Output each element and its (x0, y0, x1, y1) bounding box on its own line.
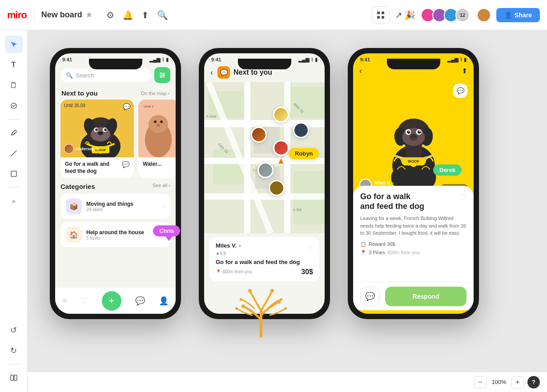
svg-text:n Rd: n Rd (293, 208, 302, 212)
search-input[interactable]: 🔍 Search (60, 68, 151, 82)
map-avatar-pin-2 (251, 127, 267, 143)
wifi-icon-3: ⌇ (460, 57, 462, 63)
svg-point-13 (163, 74, 165, 76)
cat-info-1: Moving and things 24 tasks (86, 201, 163, 212)
p2-title: Next to you (233, 68, 272, 76)
location-text-3: 3 Pines (369, 250, 385, 255)
filter-button[interactable] (154, 67, 170, 83)
star-icon[interactable]: ★ (86, 11, 92, 19)
p2-user-name: Miles V. (216, 242, 237, 249)
toolbar-pen[interactable] (5, 124, 23, 142)
notifications-icon[interactable]: 🔔 (122, 10, 133, 20)
p2-location: 📍 400m from you (216, 269, 252, 274)
status-icons-3: ▂▄▆ ⌇ ▮ (447, 57, 467, 63)
p3-title-line1: Go for a walk (360, 192, 424, 202)
next-to-you-header: Next to you On the map › (55, 86, 176, 100)
p3-chat-overlay[interactable]: 💬 (453, 84, 467, 98)
p3-title-row: Go for a walk and feed the dog ♡ (360, 192, 467, 211)
toolbar-divider-1 (7, 119, 20, 120)
location-distance-3: 400m from you (387, 250, 420, 255)
toolbar-frame[interactable] (5, 165, 23, 183)
phone-1-frame: 9:41 ▂▄▆ ⌇ ▮ 🔍 Search (50, 48, 181, 319)
category-item-1[interactable]: 📦 Moving and things 24 tasks › (60, 194, 170, 219)
wifi-icon-1: ⌇ (162, 57, 164, 63)
p3-heart-icon[interactable]: ♡ (459, 192, 467, 202)
nav-favorites[interactable]: ♡ (80, 296, 88, 306)
svg-point-61 (284, 307, 287, 310)
help-button[interactable]: ? (527, 376, 540, 388)
toolbar-clip[interactable] (5, 97, 23, 115)
toolbar-line[interactable] (5, 144, 23, 162)
svg-point-25 (98, 132, 103, 135)
cards-row: WOOF Until 26.09 💬 Anderson G. ● (55, 100, 176, 178)
grid-icon-button[interactable] (372, 6, 390, 24)
nav-messages[interactable]: 💬 (135, 296, 145, 306)
search-placeholder: Search (76, 72, 94, 79)
toolbar-panel[interactable] (5, 369, 23, 387)
p3-content: Go for a walk and feed the dog ♡ Leaving… (353, 186, 474, 310)
back-icon-2[interactable]: ‹ (210, 68, 213, 77)
svg-rect-1 (382, 12, 384, 14)
toolbar-cursor[interactable] (5, 36, 23, 53)
back-icon-3[interactable]: ‹ (359, 66, 362, 76)
on-map-link[interactable]: On the map › (141, 91, 169, 96)
canvas-area[interactable]: 9:41 ▂▄▆ ⌇ ▮ 🔍 Search (28, 30, 547, 392)
toolbar-text[interactable]: T (5, 56, 23, 74)
toolbar-redo[interactable]: ↻ (5, 342, 23, 360)
card-heart-1[interactable]: 💬 (123, 103, 130, 110)
see-all-link[interactable]: See all › (153, 183, 170, 190)
toolbar-more[interactable]: » (5, 192, 23, 210)
p2-heart-icon[interactable]: ♡ (307, 245, 313, 254)
location-icon-3: 📍 (360, 250, 366, 256)
board-title: New board ★ (41, 10, 92, 20)
celebration-icon[interactable]: 🎉 (404, 10, 415, 20)
nav-add[interactable]: + (102, 291, 121, 311)
share-label: Share (515, 12, 532, 19)
share-button[interactable]: 👤 Share (496, 8, 540, 22)
svg-point-80 (410, 134, 417, 138)
categories-title: Categories (60, 183, 95, 190)
svg-rect-0 (377, 12, 380, 14)
toolbar-undo[interactable]: ↺ (5, 321, 23, 339)
reward-text: Reward 30$ (369, 241, 395, 247)
more-icon: » (12, 198, 15, 204)
p2-price: 30$ (301, 268, 313, 276)
svg-point-34 (157, 124, 160, 127)
share-icon-3[interactable]: ⬆ (462, 67, 467, 75)
category-item-2[interactable]: 🏠 Help around the house 5 tasks › (60, 222, 170, 247)
nav-list[interactable]: ≡ (62, 296, 67, 305)
battery-icon-3: ▮ (464, 57, 467, 63)
derek-label: Derek (433, 164, 462, 176)
p3-respond-button[interactable]: Respond (385, 287, 467, 306)
toolbar-sticky[interactable]: 🗒 (5, 76, 23, 94)
svg-point-32 (154, 120, 157, 123)
verified-icon-1: ● (101, 147, 104, 151)
wifi-icon-2: ⌇ (311, 57, 313, 63)
chat-bubble-icon: 💬 (217, 66, 230, 79)
upload-icon[interactable]: ⬆ (141, 10, 149, 20)
search-bar: 🔍 Search (60, 67, 170, 83)
arrow-icon[interactable]: ↗ (395, 10, 402, 20)
search-icon[interactable]: 🔍 (157, 10, 168, 20)
svg-rect-8 (14, 375, 17, 380)
phone-3-notch (387, 59, 440, 69)
status-icons-2: ▂▄▆ ⌇ ▮ (298, 57, 318, 63)
svg-point-55 (277, 300, 281, 304)
svg-point-78 (419, 131, 420, 132)
settings-icon[interactable]: ⚙ (106, 10, 114, 20)
p2-location-text: 400m from you (222, 269, 252, 274)
cat-icon-2: 🏠 (66, 227, 82, 243)
nav-profile[interactable]: 👤 (159, 296, 169, 306)
p3-chat-button[interactable]: 💬 (360, 287, 380, 306)
map-area[interactable]: 46th St 44th St h Ave Laurel Hill n Rd (204, 82, 325, 233)
phone-1-screen: 9:41 ▂▄▆ ⌇ ▮ 🔍 Search (55, 53, 176, 314)
zoom-plus-button[interactable]: + (511, 376, 524, 388)
phone-1-notch (89, 59, 142, 69)
miro-logo: miro (7, 9, 27, 21)
chat-icon-card-1[interactable]: 💬 (122, 161, 129, 168)
phones-container: 9:41 ▂▄▆ ⌇ ▮ 🔍 Search (50, 48, 479, 319)
zoom-minus-button[interactable]: − (474, 376, 487, 388)
svg-point-33 (160, 120, 163, 123)
card-title-2: Water... (143, 161, 174, 168)
p3-description: Leaving for a week, French Bulldog Wilfr… (360, 215, 467, 237)
